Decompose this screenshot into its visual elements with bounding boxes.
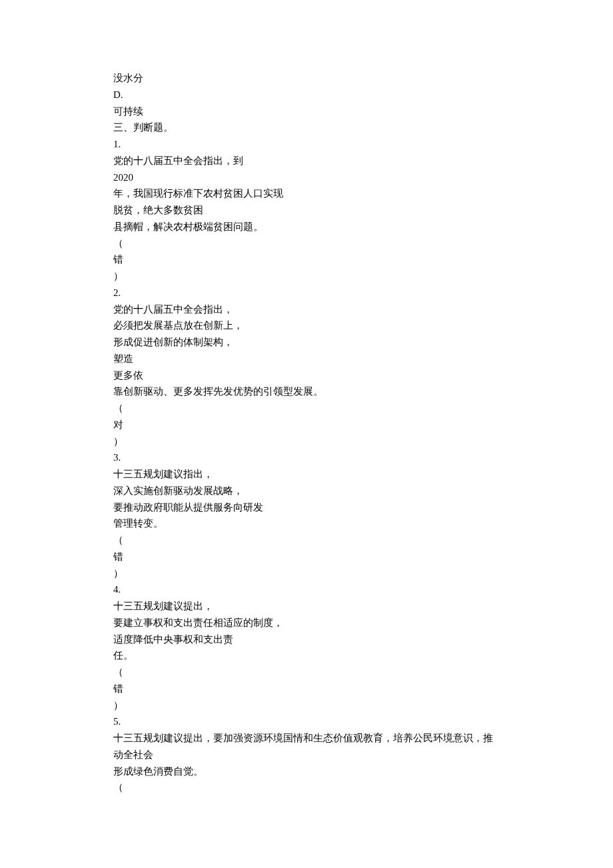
text-line: 错 xyxy=(113,251,500,268)
text-line: 形成促进创新的体制架构， xyxy=(113,334,500,351)
text-line: 党的十八届五中全会指出，到 xyxy=(113,153,500,169)
text-line: 5. xyxy=(113,713,500,730)
text-line: 1. xyxy=(113,136,500,153)
text-line: 3. xyxy=(113,449,500,466)
text-line: 2020 xyxy=(113,169,500,186)
text-line: 十三五规划建议提出，要加强资源环境国情和生态价值观教育，培养公民环境意识，推动全… xyxy=(113,730,500,763)
text-line: 4. xyxy=(113,581,500,598)
text-line: ） xyxy=(113,697,500,714)
text-line: 2. xyxy=(113,285,500,301)
text-line: （ xyxy=(113,664,500,681)
text-line: 脱贫，绝大多数贫困 xyxy=(113,202,500,219)
text-line: 党的十八届五中全会指出， xyxy=(113,301,500,318)
text-line: 靠创新驱动、更多发挥先发优势的引领型发展。 xyxy=(113,383,500,400)
text-line: ） xyxy=(113,268,500,285)
text-line: 要推动政府职能从提供服务向研发 xyxy=(113,499,500,516)
text-line: 形成绿色消费自觉。 xyxy=(113,763,500,780)
text-line: 县摘帽，解决农村极端贫困问题。 xyxy=(113,219,500,235)
text-line: 可持续 xyxy=(113,103,500,120)
text-line: 没水分 xyxy=(113,70,500,87)
text-line: 十三五规划建议提出， xyxy=(113,598,500,615)
document-body: 没水分 D. 可持续 三、判断题。 1. 党的十八届五中全会指出，到 2020 … xyxy=(113,70,500,796)
text-line: 管理转变。 xyxy=(113,515,500,532)
text-line: D. xyxy=(113,87,500,103)
text-line: 必须把发展基点放在创新上， xyxy=(113,317,500,334)
text-line: 错 xyxy=(113,549,500,565)
text-line: 对 xyxy=(113,417,500,433)
text-line: （ xyxy=(113,235,500,252)
text-line: ） xyxy=(113,433,500,450)
text-line: 塑造 xyxy=(113,351,500,367)
text-line: 年，我国现行标准下农村贫困人口实现 xyxy=(113,185,500,202)
text-line: 三、判断题。 xyxy=(113,119,500,136)
text-line: 错 xyxy=(113,681,500,697)
text-line: 任。 xyxy=(113,647,500,664)
text-line: （ xyxy=(113,779,500,796)
text-line: 深入实施创新驱动发展战略， xyxy=(113,483,500,499)
text-line: 更多依 xyxy=(113,367,500,384)
text-line: ） xyxy=(113,565,500,582)
text-line: 适度降低中央事权和支出责 xyxy=(113,631,500,648)
text-line: （ xyxy=(113,532,500,549)
text-line: 要建立事权和支出责任相适应的制度， xyxy=(113,615,500,631)
text-line: （ xyxy=(113,400,500,417)
text-line: 十三五规划建议指出， xyxy=(113,466,500,483)
